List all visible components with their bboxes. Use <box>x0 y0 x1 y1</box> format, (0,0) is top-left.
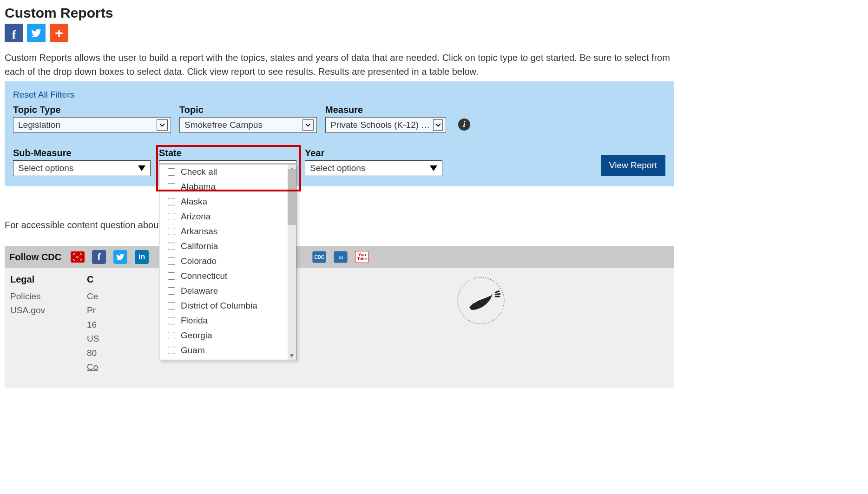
state-option-checkbox[interactable] <box>168 198 175 205</box>
state-label: State <box>159 148 296 158</box>
topic-type-select[interactable]: Legislation <box>13 117 171 133</box>
follow-cdc-bar: Follow CDC f in CDC ▭ YouTube <box>5 246 674 268</box>
sub-measure-select[interactable]: Select options <box>13 160 151 176</box>
state-option-label: Alabama <box>181 182 216 192</box>
state-option[interactable]: Arkansas <box>159 224 296 239</box>
footer-legal-link-policies[interactable]: Policies <box>10 290 45 303</box>
topic-type-value: Legislation <box>18 120 60 130</box>
state-option[interactable]: Arizona <box>159 209 296 224</box>
email-icon[interactable] <box>71 251 85 263</box>
chevron-down-icon <box>302 119 314 131</box>
state-option-checkbox[interactable] <box>168 272 175 280</box>
state-option[interactable]: Georgia <box>159 328 296 343</box>
year-placeholder: Select options <box>310 163 365 173</box>
intro-text: Custom Reports allows the user to build … <box>5 51 674 79</box>
state-option-checkbox[interactable] <box>168 302 175 310</box>
state-option-label: California <box>181 241 218 251</box>
state-option-label: Arizona <box>181 211 210 222</box>
state-option-label: Florida <box>181 316 208 326</box>
state-option[interactable]: District of Columbia <box>159 298 296 313</box>
state-option-checkbox[interactable] <box>168 168 175 176</box>
scrollbar-thumb[interactable] <box>288 169 296 225</box>
state-dropdown-panel: Check allAlabamaAlaskaArizonaArkansasCal… <box>159 163 296 360</box>
state-option-checkbox[interactable] <box>168 332 175 339</box>
share-facebook-button[interactable]: f <box>5 24 23 42</box>
footer-contact-column: C Ce Pr 16 US 80 Co <box>87 274 99 374</box>
state-option[interactable]: Check all <box>159 165 296 179</box>
share-twitter-button[interactable] <box>27 24 46 42</box>
footer-contact-link[interactable]: Co <box>87 362 98 372</box>
state-option-checkbox[interactable] <box>168 257 175 265</box>
sub-measure-placeholder: Select options <box>18 163 73 173</box>
state-option[interactable]: Hawaii <box>159 358 296 360</box>
footer-contact-line: Ce <box>87 290 99 303</box>
state-options-list[interactable]: Check allAlabamaAlaskaArizonaArkansasCal… <box>159 165 296 360</box>
plus-icon: + <box>55 25 63 41</box>
footer-contact-line: US <box>87 332 99 346</box>
facebook-icon[interactable]: f <box>92 250 106 264</box>
youtube-icon[interactable]: YouTube <box>355 251 369 263</box>
accessible-content-text: For accessible content question about th… <box>5 220 674 231</box>
triangle-down-icon <box>138 165 145 171</box>
footer-contact-line: 80 <box>87 346 99 360</box>
state-option[interactable]: Colorado <box>159 254 296 269</box>
measure-label: Measure <box>325 105 446 115</box>
state-option-label: Connecticut <box>181 271 227 281</box>
state-option-checkbox[interactable] <box>168 347 175 354</box>
state-option-label: Alaska <box>181 197 207 207</box>
state-option-checkbox[interactable] <box>168 243 175 250</box>
share-row: f + <box>5 24 674 42</box>
footer-contact-line: 16 <box>87 318 99 332</box>
state-option-checkbox[interactable] <box>168 183 175 191</box>
state-option-checkbox[interactable] <box>168 287 175 295</box>
triangle-down-icon <box>430 165 437 171</box>
linkedin-icon[interactable]: in <box>135 250 149 264</box>
chevron-down-icon <box>433 119 443 131</box>
info-icon[interactable]: i <box>458 119 470 131</box>
page-title: Custom Reports <box>5 5 674 21</box>
scrollbar-track[interactable]: ▲ ▼ <box>288 165 296 360</box>
reset-all-filters-link[interactable]: Reset All Filters <box>13 90 74 100</box>
state-option-label: Guam <box>181 345 205 356</box>
scroll-down-icon[interactable]: ▼ <box>289 352 295 359</box>
state-option[interactable]: California <box>159 239 296 254</box>
footer-legal-column: Legal Policies USA.gov <box>10 274 45 374</box>
facebook-icon: f <box>12 28 16 42</box>
chevron-down-icon <box>157 119 168 131</box>
measure-select[interactable]: Private Schools (K-12) – OSH <box>325 117 446 133</box>
cdc-badge-icon[interactable]: CDC <box>312 251 326 263</box>
state-option[interactable]: Alabama <box>159 179 296 194</box>
state-option-label: Check all <box>181 167 217 177</box>
state-option-checkbox[interactable] <box>168 317 175 324</box>
twitter-icon[interactable] <box>113 250 127 264</box>
state-option-label: District of Columbia <box>181 301 257 311</box>
year-label: Year <box>305 148 442 158</box>
state-option[interactable]: Florida <box>159 313 296 328</box>
topic-type-label: Topic Type <box>13 105 171 115</box>
topic-value: Smokefree Campus <box>184 120 263 130</box>
filters-panel: Reset All Filters Topic Type Legislation… <box>5 81 674 186</box>
state-option-checkbox[interactable] <box>168 228 175 235</box>
sub-measure-label: Sub-Measure <box>13 148 151 158</box>
state-option-label: Delaware <box>181 286 218 296</box>
state-option-label: Colorado <box>181 256 217 266</box>
footer-legal-link-usagov[interactable]: USA.gov <box>10 303 45 317</box>
state-option[interactable]: Delaware <box>159 283 296 298</box>
view-report-button[interactable]: View Report <box>601 155 665 176</box>
state-option[interactable]: Alaska <box>159 194 296 209</box>
state-option-label: Arkansas <box>181 226 217 237</box>
footer-contact-line: Pr <box>87 303 99 317</box>
topic-select[interactable]: Smokefree Campus <box>179 117 317 133</box>
state-option-checkbox[interactable] <box>168 213 175 220</box>
year-select[interactable]: Select options <box>305 160 442 176</box>
share-addthis-button[interactable]: + <box>50 24 68 42</box>
slides-icon[interactable]: ▭ <box>334 251 348 263</box>
footer-legal-heading: Legal <box>10 274 45 285</box>
state-option[interactable]: Guam <box>159 343 296 358</box>
hhs-seal-icon <box>455 275 506 328</box>
topic-label: Topic <box>179 105 317 115</box>
state-option[interactable]: Connecticut <box>159 269 296 283</box>
twitter-icon <box>31 28 41 38</box>
measure-value: Private Schools (K-12) – OSH <box>330 120 430 130</box>
state-option-label: Georgia <box>181 330 212 341</box>
